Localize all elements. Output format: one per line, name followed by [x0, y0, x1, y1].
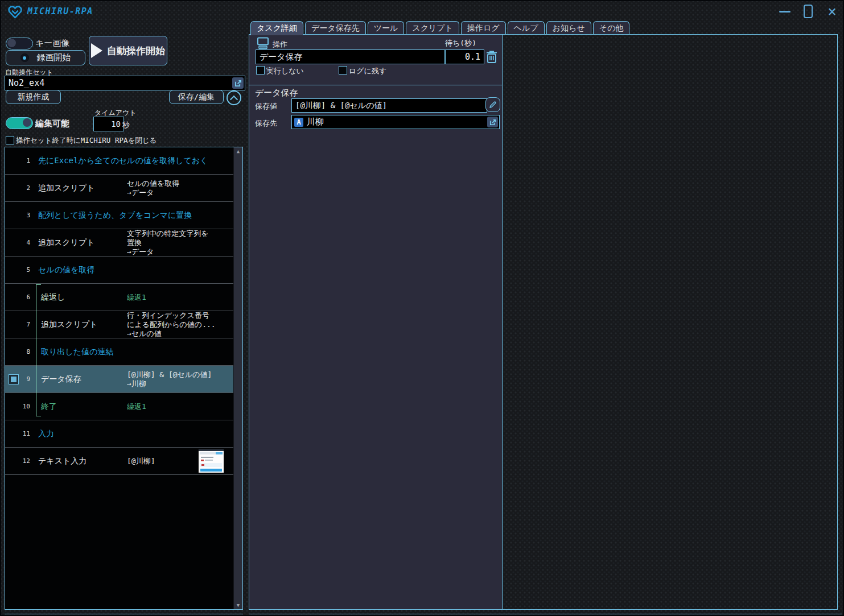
step-description: 繰返1	[127, 393, 231, 420]
wait-input[interactable]: 0.1	[445, 49, 484, 64]
close-on-end-label: 操作セット終了時にMICHIRU RPAを閉じる	[16, 136, 157, 146]
michiru-logo-icon	[7, 4, 23, 19]
tab[interactable]: お知らせ	[546, 21, 591, 34]
chevron-up-icon	[230, 96, 238, 104]
step-row[interactable]: 1 先にExcelから全てのセルの値を取得しておく	[5, 147, 233, 175]
tab[interactable]: スクリプト	[406, 21, 459, 34]
save-value-text: [@川柳] & [@セルの値]	[295, 101, 387, 111]
scrollbar-down-icon[interactable]: ▼	[234, 601, 242, 609]
step-row[interactable]: 11 入力	[5, 420, 233, 448]
save-value-label: 保存値	[255, 101, 277, 111]
new-create-button[interactable]: 新規作成	[6, 90, 61, 104]
tab[interactable]: 操作ログ	[461, 21, 506, 34]
auto-set-open-button[interactable]	[232, 77, 244, 89]
tab[interactable]: ヘルプ	[508, 21, 545, 34]
tab[interactable]: ツール	[368, 21, 405, 34]
save-edit-button[interactable]: 保存/編集	[169, 90, 224, 104]
step-name: テキスト入力	[38, 448, 129, 474]
step-list-scrollbar[interactable]: ▲ ▼	[233, 147, 242, 609]
step-description	[127, 202, 231, 229]
app-title: MICHIRU-RPA	[27, 6, 93, 16]
auto-set-value: No2_ex4	[9, 78, 44, 88]
step-description	[127, 257, 231, 283]
computer-icon	[256, 37, 270, 50]
step-description: セルの値を取得→データ	[127, 175, 231, 201]
new-create-label: 新規作成	[18, 92, 50, 102]
wait-value: 0.1	[465, 52, 480, 62]
step-number: 8	[5, 338, 34, 365]
step-name: 終了	[41, 393, 132, 420]
auto-start-label: 自動操作開始	[107, 44, 165, 57]
key-image-label: キー画像	[35, 38, 69, 49]
operation-input[interactable]: データ保存	[256, 49, 445, 64]
auto-set-input[interactable]: No2_ex4	[5, 76, 245, 90]
step-number: 11	[5, 420, 34, 447]
collapse-button[interactable]	[227, 90, 241, 105]
timeout-unit: 秒	[122, 120, 130, 130]
variable-type-icon: A	[294, 118, 303, 127]
step-row[interactable]: 5 セルの値を取得	[5, 257, 233, 284]
step-number: 12	[5, 448, 34, 474]
step-name: 配列として扱うため、タブをコンマに置換	[38, 202, 129, 229]
app-logo: MICHIRU-RPA	[7, 4, 93, 19]
wait-label: 待ち(秒)	[445, 38, 476, 48]
bottom-edge-right	[249, 614, 842, 614]
tab-bar: タスク詳細データ保存先ツールスクリプト操作ログヘルプお知らせその他	[250, 21, 629, 35]
step-number: 3	[5, 202, 34, 229]
step-description: [@川柳] & [@セルの値]→川柳	[127, 366, 231, 392]
task-detail-panel: 操作 データ保存 待ち(秒) 0.1 実行しない ログに残す データ保存	[249, 34, 838, 610]
step-number: 9	[5, 366, 34, 392]
step-description: 行・列インデックス番号による配列からの値の...→セルの値	[127, 311, 231, 338]
step-description	[127, 420, 231, 447]
skip-checkbox[interactable]	[256, 66, 265, 75]
log-checkbox-label: ログに残す	[349, 66, 386, 76]
step-name: 繰返し	[41, 284, 132, 311]
editable-label: 編集可能	[35, 118, 69, 129]
key-image-toggle[interactable]	[6, 38, 33, 49]
step-name: 取り出した値の連結	[41, 338, 132, 365]
step-row[interactable]: 4 追加スクリプト 文字列中の特定文字列を置換→データ	[5, 229, 233, 257]
save-value-input[interactable]: [@川柳] & [@セルの値]	[291, 98, 487, 113]
step-number: 6	[5, 284, 34, 311]
step-thumbnail	[199, 449, 224, 473]
close-on-end-checkbox[interactable]	[6, 136, 14, 144]
step-name: 追加スクリプト	[38, 175, 129, 201]
editable-toggle[interactable]	[6, 117, 33, 129]
record-start-button[interactable]: 録画開始	[6, 50, 85, 65]
tab[interactable]: データ保存先	[305, 21, 366, 34]
minimize-button[interactable]	[775, 0, 794, 23]
step-row[interactable]: 2 追加スクリプト セルの値を取得→データ	[5, 175, 233, 202]
edit-value-button[interactable]	[485, 97, 500, 112]
timeout-input[interactable]: 10	[93, 117, 124, 131]
step-number: 10	[5, 393, 34, 420]
save-dest-input[interactable]: A 川柳	[291, 115, 500, 129]
auto-start-button[interactable]: 自動操作開始	[89, 36, 167, 65]
step-name: セルの値を取得	[38, 257, 129, 283]
timeout-value: 10	[111, 119, 121, 129]
record-start-label: 録画開始	[37, 52, 71, 63]
tab[interactable]: その他	[593, 21, 630, 34]
bottom-edge-left	[5, 614, 243, 614]
step-name: 追加スクリプト	[38, 229, 129, 256]
tab[interactable]: タスク詳細	[250, 21, 303, 35]
step-number: 4	[5, 229, 34, 256]
step-row[interactable]: 12 テキスト入力 [@川柳]	[5, 448, 233, 475]
section-title: データ保存	[255, 88, 298, 98]
maximize-button[interactable]	[799, 0, 817, 23]
step-description: 文字列中の特定文字列を置換→データ	[127, 229, 231, 256]
trash-icon[interactable]	[485, 50, 498, 64]
skip-checkbox-label: 実行しない	[266, 66, 304, 76]
save-dest-open-button[interactable]	[487, 117, 498, 127]
step-number: 1	[5, 147, 34, 174]
close-button[interactable]: ×	[822, 0, 842, 23]
record-radio-icon	[20, 53, 29, 62]
step-list: 1 先にExcelから全てのセルの値を取得しておく 2 追加スクリプト セルの値…	[5, 147, 243, 610]
step-description	[127, 338, 231, 365]
operation-label: 操作	[273, 39, 287, 49]
step-description: 繰返1	[127, 284, 231, 311]
task-detail-form: 操作 データ保存 待ち(秒) 0.1 実行しない ログに残す データ保存	[249, 35, 503, 609]
play-icon	[91, 43, 102, 58]
step-row[interactable]: 3 配列として扱うため、タブをコンマに置換	[5, 202, 233, 229]
log-checkbox[interactable]	[339, 66, 347, 75]
scrollbar-up-icon[interactable]: ▲	[234, 147, 242, 155]
